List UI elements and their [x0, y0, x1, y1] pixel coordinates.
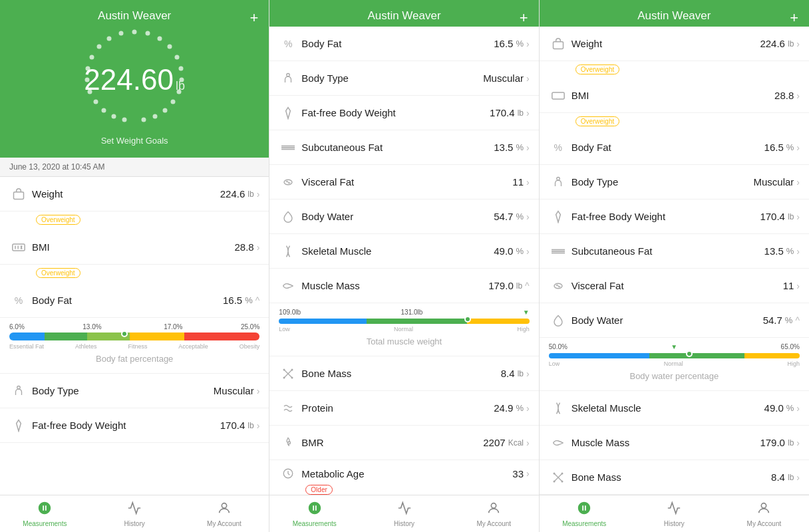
ef-label: Essential Fat	[9, 343, 44, 350]
panel-1-plus-button[interactable]: +	[249, 9, 258, 27]
panel-3-plus-button[interactable]: +	[790, 9, 798, 27]
water-low: Low	[549, 360, 560, 367]
panel-1: Austin Weaver +	[0, 0, 269, 532]
p2-protein[interactable]: Protein 24.9% ›	[269, 391, 538, 426]
muscle-high: High	[517, 326, 530, 332]
p2-protein-chevron: ›	[526, 403, 530, 414]
p3-body-type-icon	[549, 176, 567, 189]
metric-body-type[interactable]: Body Type Muscular ›	[0, 374, 269, 408]
p2-visceral-label: Visceral Fat	[301, 176, 512, 188]
p3-fat-free[interactable]: Fat-free Body Weight 170.4lb ›	[540, 200, 809, 234]
p3-skeletal[interactable]: Skeletal Muscle 49.0% ›	[540, 391, 809, 426]
p2-body-type-icon	[279, 72, 297, 85]
bmi-value: 28.8	[234, 241, 253, 253]
weight-value: 224.6lb	[220, 188, 254, 200]
panel-2-scroll: % Body Fat 16.5% › Body Type Muscular ›	[269, 27, 538, 495]
fat-free-label: Fat-free Body Weight	[32, 420, 220, 431]
svg-point-8	[171, 100, 176, 104]
body-fat-chart-title: Body fat percentage	[9, 354, 259, 364]
muscle-normal-label: 131.0lb	[401, 309, 423, 316]
measurements-icon-1	[37, 501, 52, 519]
p2-metric-body-fat[interactable]: % Body Fat 16.5% ›	[269, 27, 538, 61]
p2-skeletal-muscle[interactable]: Skeletal Muscle 49.0% ›	[269, 234, 538, 269]
panel-1-header: Austin Weaver +	[0, 0, 269, 27]
p3-body-fat[interactable]: % Body Fat 16.5% ›	[540, 130, 809, 165]
nav-account-3[interactable]: My Account	[719, 495, 809, 532]
panel-2-header: Austin Weaver +	[269, 0, 538, 27]
p2-bmr-icon	[279, 436, 297, 450]
metric-body-fat[interactable]: % Body Fat 16.5% ^	[0, 283, 269, 318]
nav-account-2[interactable]: My Account	[449, 495, 539, 532]
svg-point-49	[553, 472, 555, 474]
p2-fat-free[interactable]: Fat-free Body Weight 170.4lb ›	[269, 96, 538, 130]
svg-point-41	[492, 503, 496, 507]
bar-acceptable	[130, 332, 185, 340]
muscle-marker	[464, 316, 471, 323]
p2-bone-mass[interactable]: Bone Mass 8.4lb ›	[269, 356, 538, 391]
nav-measurements-1[interactable]: Measurements	[0, 495, 90, 532]
muscle-normal: Normal	[394, 326, 413, 332]
p3-muscle-mass[interactable]: Muscle Mass 179.0lb ›	[540, 426, 809, 460]
nav-history-2[interactable]: History	[359, 495, 449, 532]
p2-skeletal-icon	[279, 245, 297, 258]
panel-3: Austin Weaver + Weight 224.6lb › Overwei…	[540, 0, 809, 532]
nav-measurements-3[interactable]: Measurements	[540, 495, 629, 532]
p2-metric-body-type[interactable]: Body Type Muscular ›	[269, 61, 538, 96]
svg-point-20	[97, 45, 102, 49]
nav-history-label-3: History	[664, 520, 685, 527]
p2-bone-icon	[279, 367, 297, 380]
p3-visceral-icon	[549, 279, 567, 293]
p2-muscle-pct-labels: 109.0lb 131.0lb ▼	[279, 309, 529, 316]
account-icon-2	[486, 501, 501, 519]
nav-account-1[interactable]: My Account	[180, 495, 269, 532]
ath-pct: 13.0%	[82, 323, 101, 331]
svg-rect-42	[553, 41, 563, 49]
bar-obesity	[184, 332, 259, 340]
nav-history-3[interactable]: History	[629, 495, 719, 532]
p2-water-icon	[279, 210, 297, 223]
p3-bmi-badge: Overweight	[575, 116, 620, 126]
p2-muscle-mass[interactable]: Muscle Mass 179.0lb ^	[269, 269, 538, 303]
nav-history-1[interactable]: History	[90, 495, 180, 532]
p3-subcut-fat[interactable]: Subcutaneous Fat 13.5% ›	[540, 234, 809, 269]
muscle-low: Low	[279, 326, 290, 332]
svg-point-52	[561, 480, 563, 482]
p3-weight-badge: Overweight	[575, 65, 620, 74]
metric-bmi[interactable]: BMI 28.8 ›	[0, 230, 269, 265]
bmi-badge-row: Overweight	[0, 265, 269, 283]
nav-account-label-1: My Account	[207, 520, 242, 527]
p3-weight[interactable]: Weight 224.6lb ›	[540, 27, 809, 61]
panel-1-hero: 224 .60 lb Set Weight Goals	[0, 27, 269, 158]
panel-2-plus-button[interactable]: +	[520, 9, 528, 27]
p2-body-water[interactable]: Body Water 54.7% ›	[269, 200, 538, 234]
panel-1-bottom-nav: Measurements History My Account	[0, 495, 269, 532]
p2-metabolic-age[interactable]: Metabolic Age 33 › Older	[269, 460, 538, 495]
p2-visceral-icon	[279, 176, 297, 189]
p2-visceral-fat[interactable]: Visceral Fat 11 ›	[269, 165, 538, 200]
nav-measurements-2[interactable]: Measurements	[269, 495, 359, 532]
weight-label: Weight	[32, 188, 220, 200]
fit-pct: 17.0%	[164, 323, 182, 331]
p3-bone-mass[interactable]: Bone Mass 8.4lb ›	[540, 460, 809, 495]
water-bar	[549, 353, 800, 358]
panel-2-bottom-nav: Measurements History My Account	[269, 495, 538, 532]
p2-bmr[interactable]: BMR 2207Kcal ›	[269, 426, 538, 460]
p3-muscle-value: 179.0lb	[760, 437, 794, 448]
svg-point-50	[561, 472, 563, 474]
p3-visceral-fat[interactable]: Visceral Fat 11 ›	[540, 269, 809, 303]
svg-point-15	[94, 100, 98, 104]
p2-body-type-chevron: ›	[526, 73, 530, 84]
set-weight-goals-button[interactable]: Set Weight Goals	[101, 136, 168, 146]
p2-subcut-chevron: ›	[526, 142, 530, 153]
metric-fat-free[interactable]: Fat-free Body Weight 170.4lb ›	[0, 408, 269, 443]
p3-bone-label: Bone Mass	[571, 471, 771, 483]
water-normal-pct: 65.0%	[781, 343, 800, 350]
p3-body-type[interactable]: Body Type Muscular ›	[540, 165, 809, 200]
metric-weight[interactable]: Weight 224.6lb ›	[0, 177, 269, 211]
muscle-marker-placeholder: ▼	[523, 309, 530, 316]
p3-body-water[interactable]: Body Water 54.7% ^	[540, 303, 809, 338]
nav-history-label-1: History	[124, 520, 145, 527]
p2-subcut-fat[interactable]: Subcutaneous Fat 13.5% ›	[269, 130, 538, 165]
p3-bmi[interactable]: BMI 28.8 ›	[540, 78, 809, 113]
p2-bone-label: Bone Mass	[301, 368, 500, 379]
